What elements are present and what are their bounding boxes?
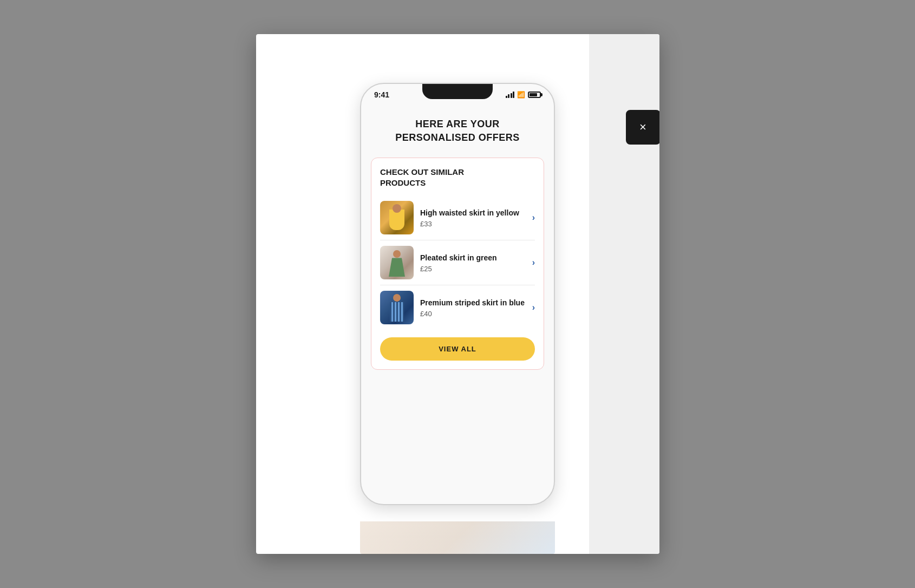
phone-content: HERE ARE YOUR PERSONALISED OFFERS CHECK …: [361, 101, 554, 504]
product-info-2: Pleated skirt in green £25: [420, 253, 526, 273]
page-header-title: HERE ARE YOUR PERSONALISED OFFERS: [395, 117, 520, 145]
product-item[interactable]: High waisted skirt in yellow £33 ›: [380, 195, 535, 240]
product-thumbnail-1: [380, 201, 414, 234]
product-info-3: Premium striped skirt in blue £40: [420, 298, 526, 318]
phone-frame: 9:41 📶 HE: [360, 83, 555, 505]
product-name-2: Pleated skirt in green: [420, 253, 526, 263]
product-info-1: High waisted skirt in yellow £33: [420, 208, 526, 228]
close-button[interactable]: ×: [626, 110, 659, 145]
signal-bar-1: [506, 96, 507, 98]
battery-fill: [530, 93, 537, 96]
product-item[interactable]: Pleated skirt in green £25 ›: [380, 240, 535, 285]
product-name-3: Premium striped skirt in blue: [420, 298, 526, 308]
product-thumbnail-3: [380, 291, 414, 324]
product-price-1: £33: [420, 220, 526, 228]
close-icon: ×: [639, 121, 646, 133]
product-price-2: £25: [420, 265, 526, 273]
product-card: CHECK OUT SIMILAR PRODUCTS High waisted …: [371, 158, 544, 370]
view-all-button[interactable]: VIEW ALL: [380, 337, 535, 361]
signal-icon: [506, 92, 515, 98]
battery-icon: [528, 92, 541, 98]
product-item[interactable]: Premium striped skirt in blue £40 ›: [380, 285, 535, 330]
wifi-icon: 📶: [517, 91, 525, 99]
signal-bar-4: [513, 92, 514, 98]
product-price-3: £40: [420, 310, 526, 318]
product-arrow-2: ›: [532, 258, 535, 267]
phone-notch: [422, 84, 493, 99]
bottom-decorative-area: [360, 521, 555, 554]
product-name-1: High waisted skirt in yellow: [420, 208, 526, 218]
status-icons: 📶: [506, 91, 541, 99]
product-arrow-1: ›: [532, 213, 535, 223]
signal-bar-3: [511, 93, 512, 98]
card-title: CHECK OUT SIMILAR PRODUCTS: [380, 167, 535, 188]
status-time: 9:41: [374, 90, 389, 99]
page-header: HERE ARE YOUR PERSONALISED OFFERS: [379, 107, 536, 158]
signal-bar-2: [508, 94, 509, 98]
product-thumbnail-2: [380, 246, 414, 279]
product-arrow-3: ›: [532, 303, 535, 312]
page-wrapper: × 9:41 📶: [256, 34, 659, 554]
